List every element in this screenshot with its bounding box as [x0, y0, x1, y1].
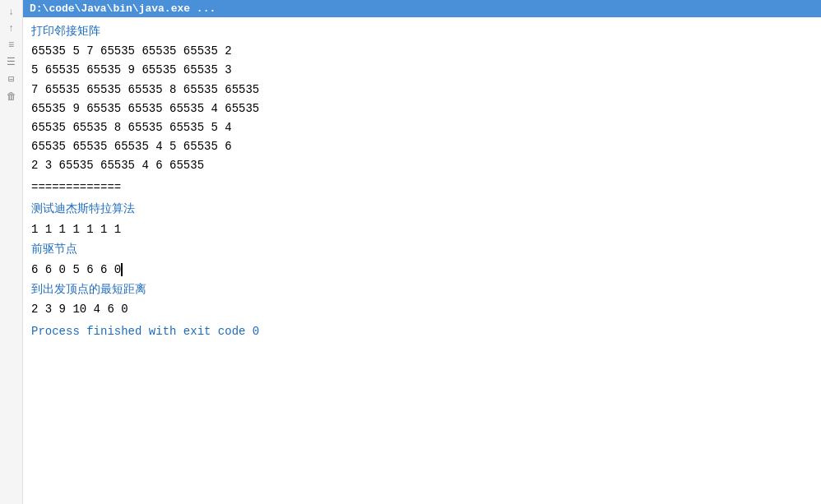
process-finish-line: Process finished with exit code 0	[31, 322, 813, 340]
matrix-row: 65535 5 7 65535 65535 65535 2	[31, 42, 813, 61]
console-area: 打印邻接矩阵 65535 5 7 65535 65535 65535 2 5 6…	[23, 17, 821, 504]
print-matrix-label: 打印邻接矩阵	[31, 22, 813, 40]
arrow-up-icon[interactable]: ↑	[8, 23, 14, 35]
trash-icon[interactable]: 🗑	[7, 90, 16, 103]
matrix-row: 7 65535 65535 65535 8 65535 65535	[31, 81, 813, 99]
matrix-row: 5 65535 65535 9 65535 65535 3	[31, 61, 813, 80]
separator: =============	[31, 178, 813, 197]
matrix-display: 65535 5 7 65535 65535 65535 2 5 65535 65…	[31, 42, 813, 175]
distance-line: 2 3 9 10 4 6 0	[31, 300, 813, 318]
predecessor-line: 6 6 0 5 6 6 0	[31, 261, 813, 279]
minus-box-icon[interactable]: ⊟	[8, 73, 14, 86]
title-bar: D:\code\Java\bin\java.exe ...	[23, 0, 821, 17]
visited-line: 1 1 1 1 1 1 1	[31, 220, 813, 238]
dijkstra-label: 测试迪杰斯特拉算法	[31, 200, 813, 218]
menu-icon[interactable]: ≡	[8, 39, 14, 51]
matrix-row: 65535 9 65535 65535 65535 4 65535	[31, 99, 813, 118]
distance-label: 到出发顶点的最短距离	[31, 280, 813, 298]
matrix-row: 65535 65535 8 65535 65535 5 4	[31, 118, 813, 137]
main-content: D:\code\Java\bin\java.exe ... 打印邻接矩阵 655…	[23, 0, 821, 504]
title-text: D:\code\Java\bin\java.exe ...	[30, 2, 216, 15]
sidebar: ↓ ↑ ≡ ☰ ⊟ 🗑	[0, 0, 23, 504]
matrix-row: 2 3 65535 65535 4 6 65535	[31, 156, 813, 175]
matrix-row: 65535 65535 65535 4 5 65535 6	[31, 137, 813, 156]
cursor	[121, 263, 123, 276]
predecessor-label: 前驱节点	[31, 240, 813, 258]
list-icon[interactable]: ☰	[7, 56, 16, 68]
arrow-down-icon[interactable]: ↓	[8, 7, 14, 18]
